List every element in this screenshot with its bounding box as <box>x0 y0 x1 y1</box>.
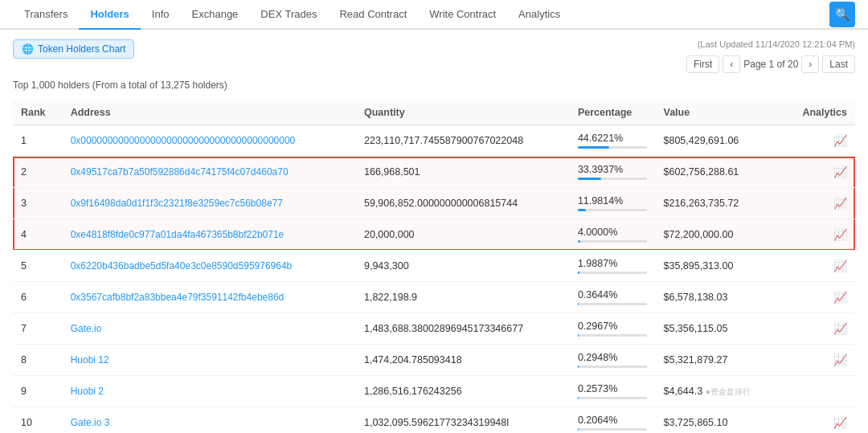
cell-analytics[interactable]: 📈 <box>781 125 855 157</box>
analytics-chart-icon[interactable]: 📈 <box>833 416 847 429</box>
col-percentage: Percentage <box>570 100 656 125</box>
page-info: Page 1 of 20 <box>743 59 798 70</box>
cell-quantity: 59,906,852.000000000006815744 <box>356 188 570 219</box>
cell-value: $72,200,000.00 <box>655 219 780 251</box>
cell-analytics[interactable]: 📈 <box>781 345 855 376</box>
cell-address[interactable]: Gate.io 3 <box>63 407 356 434</box>
cell-percentage: 33.3937% <box>570 157 656 188</box>
address-link[interactable]: 0x6220b436badbe5d5fa40e3c0e8590d59597696… <box>71 260 293 272</box>
address-link[interactable]: 0xe4818f8fde0c977a01da4fa467365b8bf22b07… <box>71 229 285 240</box>
analytics-chart-icon[interactable]: 📈 <box>833 228 847 241</box>
cell-value: $6,578,138.03 <box>655 282 780 313</box>
cell-percentage: 0.2064% <box>570 407 656 434</box>
table-row: 8Huobi 121,474,204.7850934180.2948%$5,32… <box>13 345 855 376</box>
cell-quantity: 166,968,501 <box>356 157 570 188</box>
last-page-button[interactable]: Last <box>822 55 855 73</box>
cell-quantity: 1,474,204.785093418 <box>356 345 570 376</box>
cell-analytics[interactable]: 📈 <box>781 282 855 313</box>
address-link[interactable]: 0x00000000000000000000000000000000000000… <box>71 135 296 146</box>
table-row: 10Gate.io 31,032,095.59621773234319948l0… <box>13 407 855 434</box>
pagination: First ‹ Page 1 of 20 › Last <box>686 55 855 73</box>
table-row: 10x0000000000000000000000000000000000000… <box>13 125 855 157</box>
cell-quantity: 1,286,516.176243256 <box>356 376 570 407</box>
search-icon: 🔍 <box>835 7 850 22</box>
cell-value: $216,263,735.72 <box>655 188 780 219</box>
analytics-chart-icon[interactable]: 📈 <box>833 134 847 147</box>
right-controls: (Last Updated 11/14/2020 12:21:04 PM) Fi… <box>686 39 855 73</box>
cell-address[interactable]: 0xe4818f8fde0c977a01da4fa467365b8bf22b07… <box>63 219 356 251</box>
nav-item-exchange[interactable]: Exchange <box>181 0 250 28</box>
cell-address[interactable]: 0x00000000000000000000000000000000000000… <box>63 125 356 157</box>
col-quantity: Quantity <box>356 100 570 125</box>
cell-rank: 6 <box>13 282 63 313</box>
cell-address[interactable]: Huobi 2 <box>63 376 356 407</box>
cell-analytics[interactable]: 📈 <box>781 157 855 188</box>
cell-quantity: 20,000,000 <box>356 219 570 251</box>
cell-address[interactable]: 0x3567cafb8bf2a83bbea4e79f3591142fb4ebe8… <box>63 282 356 313</box>
search-button[interactable]: 🔍 <box>829 2 855 27</box>
address-link[interactable]: Gate.io <box>71 323 102 334</box>
analytics-chart-icon[interactable]: 📈 <box>833 197 847 210</box>
cell-value: $4,644.3 ●资金盘排行 <box>655 376 780 407</box>
nav-item-read-contract[interactable]: Read Contract <box>328 0 418 28</box>
cell-analytics[interactable] <box>781 376 855 407</box>
table-row: 7Gate.io1,483,688.380028969451733466770.… <box>13 313 855 345</box>
cell-percentage: 0.2948% <box>570 345 656 376</box>
table-row: 9Huobi 21,286,516.1762432560.2573%$4,644… <box>13 376 855 407</box>
cell-rank: 5 <box>13 251 63 282</box>
table-row: 40xe4818f8fde0c977a01da4fa467365b8bf22b0… <box>13 219 855 251</box>
cell-address[interactable]: 0x49517ca7b7a50f592886d4c74175f4c07d460a… <box>63 157 356 188</box>
cell-quantity: 1,032,095.59621773234319948l <box>356 407 570 434</box>
first-page-button[interactable]: First <box>686 55 719 73</box>
cell-analytics[interactable]: 📈 <box>781 219 855 251</box>
cell-address[interactable]: 0x9f16498da0d1f1f3c2321f8e3259ec7c56b08e… <box>63 188 356 219</box>
cell-analytics[interactable]: 📈 <box>781 407 855 434</box>
table-row: 30x9f16498da0d1f1f3c2321f8e3259ec7c56b08… <box>13 188 855 219</box>
col-value: Value <box>655 100 780 125</box>
token-holders-chart-button[interactable]: 🌐 Token Holders Chart <box>13 39 134 59</box>
chart-btn-label: Token Holders Chart <box>38 43 125 55</box>
address-link[interactable]: Gate.io 3 <box>71 417 110 428</box>
nav-item-transfers[interactable]: Transfers <box>13 0 79 28</box>
last-updated: (Last Updated 11/14/2020 12:21:04 PM) <box>698 39 855 49</box>
cell-rank: 3 <box>13 188 63 219</box>
table-header: Rank Address Quantity Percentage Value A… <box>13 100 855 125</box>
address-link[interactable]: 0x3567cafb8bf2a83bbea4e79f3591142fb4ebe8… <box>71 292 285 303</box>
address-link[interactable]: Huobi 12 <box>71 354 109 366</box>
cell-value: $5,321,879.27 <box>655 345 780 376</box>
cell-rank: 7 <box>13 313 63 345</box>
cell-address[interactable]: Huobi 12 <box>63 345 356 376</box>
analytics-chart-icon[interactable]: 📈 <box>833 165 847 178</box>
cell-analytics[interactable]: 📈 <box>781 188 855 219</box>
cell-value: $5,356,115.05 <box>655 313 780 345</box>
holders-info: Top 1,000 holders (From a total of 13,27… <box>13 80 855 91</box>
cell-quantity: 1,483,688.38002896945173346677 <box>356 313 570 345</box>
analytics-chart-icon[interactable]: 📈 <box>833 259 847 272</box>
analytics-chart-icon[interactable]: 📈 <box>833 353 847 366</box>
prev-page-button[interactable]: ‹ <box>723 55 740 73</box>
cell-percentage: 0.3644% <box>570 282 656 313</box>
cell-value: $35,895,313.00 <box>655 251 780 282</box>
cell-analytics[interactable]: 📈 <box>781 251 855 282</box>
next-page-button[interactable]: › <box>801 55 819 73</box>
cell-address[interactable]: Gate.io <box>63 313 356 345</box>
col-analytics: Analytics <box>781 100 855 125</box>
address-link[interactable]: 0x49517ca7b7a50f592886d4c74175f4c07d460a… <box>71 166 289 178</box>
address-link[interactable]: 0x9f16498da0d1f1f3c2321f8e3259ec7c56b08e… <box>71 198 283 209</box>
cell-percentage: 0.2573% <box>570 376 656 407</box>
col-rank: Rank <box>13 100 63 125</box>
nav-item-dex-trades[interactable]: DEX Trades <box>249 0 328 28</box>
nav-item-write-contract[interactable]: Write Contract <box>418 0 507 28</box>
cell-address[interactable]: 0x6220b436badbe5d5fa40e3c0e8590d59597696… <box>63 251 356 282</box>
analytics-chart-icon[interactable]: 📈 <box>833 291 847 304</box>
nav-item-analytics[interactable]: Analytics <box>507 0 571 28</box>
cell-rank: 9 <box>13 376 63 407</box>
cell-rank: 8 <box>13 345 63 376</box>
cell-analytics[interactable]: 📈 <box>781 313 855 345</box>
table-row: 60x3567cafb8bf2a83bbea4e79f3591142fb4ebe… <box>13 282 855 313</box>
nav-item-info[interactable]: Info <box>141 0 181 28</box>
nav-item-holders[interactable]: Holders <box>79 0 140 30</box>
analytics-chart-icon[interactable]: 📈 <box>833 322 847 335</box>
table-row: 20x49517ca7b7a50f592886d4c74175f4c07d460… <box>13 157 855 188</box>
address-link[interactable]: Huobi 2 <box>71 386 104 397</box>
